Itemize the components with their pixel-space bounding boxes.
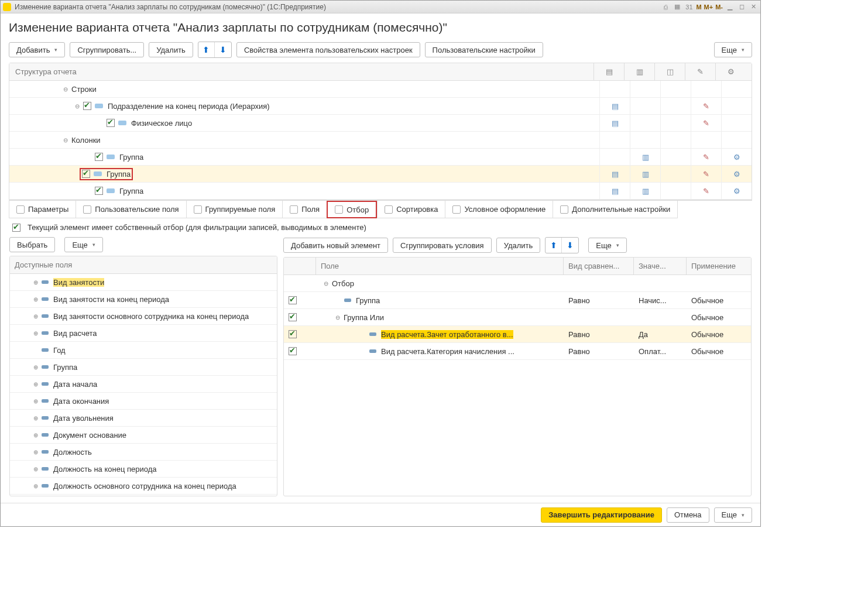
action-cell-5[interactable]: ⚙: [721, 166, 752, 183]
tree-toggle-icon[interactable]: ⊖: [62, 85, 69, 92]
filter-row[interactable]: ⊖Группа ИлиОбычное: [284, 309, 751, 326]
available-field-row[interactable]: ⊕Вид занятости: [10, 274, 277, 291]
action-cell-1[interactable]: ▤: [599, 98, 630, 115]
expand-icon[interactable]: ⊕: [32, 363, 39, 370]
footer-more-button[interactable]: Еще▾: [714, 507, 752, 523]
memory-m-icon[interactable]: M: [696, 4, 701, 11]
tab-Дополнительные настройки[interactable]: Дополнительные настройки: [553, 201, 678, 218]
available-field-row[interactable]: ⊕Вид занятости основного сотрудника на к…: [10, 308, 277, 325]
tree-toggle-icon[interactable]: [97, 119, 104, 126]
action-cell-5[interactable]: ⚙: [721, 149, 752, 166]
col-action-5-icon[interactable]: ⚙: [715, 63, 746, 81]
available-field-row[interactable]: Год: [10, 342, 277, 359]
structure-row[interactable]: ⊖Подразделение на конец периода (Иерархи…: [9, 98, 752, 115]
action-cell-1[interactable]: ▤: [599, 166, 630, 183]
available-field-row[interactable]: ⊕Вид занятости на конец периода: [10, 291, 277, 308]
row-checkbox[interactable]: [82, 170, 90, 178]
expand-icon[interactable]: ⊕: [32, 414, 39, 421]
row-checkbox[interactable]: [83, 102, 91, 110]
filter-checkbox[interactable]: [289, 330, 297, 338]
action-cell-2[interactable]: ▥: [630, 166, 660, 183]
available-field-row[interactable]: ⊕Вид расчета: [10, 325, 277, 342]
tree-toggle-icon[interactable]: [85, 153, 92, 160]
user-settings-button[interactable]: Пользовательские настройки: [425, 42, 543, 57]
available-field-row[interactable]: ⊕Должность основного сотрудника на конец…: [10, 478, 277, 495]
group-conditions-button[interactable]: Сгруппировать условия: [393, 238, 492, 253]
structure-row[interactable]: ⊖Колонки: [9, 132, 752, 149]
expand-icon[interactable]: ⊕: [32, 482, 39, 489]
available-field-row[interactable]: ⊕Должность на конец периода: [10, 461, 277, 478]
calc-icon[interactable]: ▦: [673, 2, 682, 12]
structure-row[interactable]: ⊖Строки: [9, 81, 752, 98]
filter-row[interactable]: ГруппаРавноНачис...Обычное: [284, 292, 751, 309]
expand-icon[interactable]: [32, 346, 39, 354]
left-more-button[interactable]: Еще▾: [64, 237, 102, 252]
tab-Параметры[interactable]: Параметры: [9, 201, 76, 218]
action-cell-2[interactable]: ▥: [630, 183, 660, 200]
add-filter-element-button[interactable]: Добавить новый элемент: [283, 238, 388, 253]
move-down-button[interactable]: ⬇: [215, 42, 231, 57]
own-filter-checkbox[interactable]: [12, 224, 20, 232]
expand-icon[interactable]: ⊕: [32, 380, 39, 387]
col-action-4-icon[interactable]: ✎: [685, 63, 715, 81]
move-up-button[interactable]: ⬆: [198, 42, 215, 57]
right-more-button[interactable]: Еще▾: [588, 238, 626, 253]
available-field-row[interactable]: ⊕Документ основание: [10, 427, 277, 444]
filter-checkbox[interactable]: [289, 313, 297, 321]
row-checkbox[interactable]: [107, 119, 115, 127]
available-field-row[interactable]: ⊕Дата увольнения: [10, 410, 277, 427]
tree-toggle-icon[interactable]: ⊖: [74, 102, 81, 109]
tree-toggle-icon[interactable]: ⊖: [334, 314, 341, 321]
col-action-2-icon[interactable]: ▥: [624, 63, 654, 81]
expand-icon[interactable]: ⊕: [32, 313, 39, 320]
tab-Поля[interactable]: Поля: [282, 201, 327, 218]
structure-row[interactable]: Группа▤▥✎⚙: [9, 183, 752, 200]
filter-move-down-button[interactable]: ⬇: [562, 238, 578, 253]
memory-mplus-icon[interactable]: M+: [704, 4, 713, 11]
delete-button[interactable]: Удалить: [149, 42, 193, 57]
action-cell-4[interactable]: ✎: [691, 98, 721, 115]
print-icon[interactable]: ⎙: [661, 2, 670, 12]
filter-checkbox[interactable]: [289, 347, 297, 355]
tree-toggle-icon[interactable]: ⊖: [323, 280, 330, 287]
filter-row[interactable]: ⊖Отбор: [284, 275, 751, 292]
group-button[interactable]: Сгруппировать...: [70, 42, 144, 57]
action-cell-1[interactable]: ▤: [599, 183, 630, 200]
filter-checkbox[interactable]: [289, 296, 297, 304]
filter-row[interactable]: Вид расчета.Зачет отработанного в...Равн…: [284, 326, 751, 343]
tab-Условное оформление[interactable]: Условное оформление: [445, 201, 553, 218]
element-props-button[interactable]: Свойства элемента пользовательских настр…: [236, 42, 420, 57]
add-button[interactable]: Добавить▾: [9, 42, 65, 57]
tab-Сортировка[interactable]: Сортировка: [377, 201, 445, 218]
close-icon[interactable]: ✕: [749, 2, 758, 12]
memory-mminus-icon[interactable]: M-: [715, 4, 723, 11]
col-action-3-icon[interactable]: ◫: [654, 63, 685, 81]
expand-icon[interactable]: ⊕: [32, 330, 39, 337]
available-field-row[interactable]: ⊕Дата окончания: [10, 393, 277, 410]
tab-Группируемые поля[interactable]: Группируемые поля: [186, 201, 283, 218]
action-cell-1[interactable]: ▤: [599, 115, 630, 132]
select-field-button[interactable]: Выбрать: [9, 237, 55, 252]
col-action-1-icon[interactable]: ▤: [593, 63, 624, 81]
calendar-icon[interactable]: 31: [684, 2, 694, 12]
available-field-row[interactable]: ⊕Должность: [10, 444, 277, 461]
structure-row[interactable]: Группа▥✎⚙: [9, 149, 752, 166]
action-cell-2[interactable]: ▥: [630, 149, 660, 166]
expand-icon[interactable]: ⊕: [32, 431, 39, 438]
action-cell-4[interactable]: ✎: [691, 166, 721, 183]
action-cell-4[interactable]: ✎: [691, 183, 721, 200]
filter-row[interactable]: Вид расчета.Категория начисления ...Равн…: [284, 343, 751, 360]
expand-icon[interactable]: ⊕: [32, 448, 39, 455]
action-cell-4[interactable]: ✎: [691, 115, 721, 132]
expand-icon[interactable]: ⊕: [32, 397, 39, 404]
cancel-button[interactable]: Отмена: [667, 507, 709, 523]
structure-row[interactable]: Группа▤▥✎⚙: [9, 166, 752, 183]
minimize-icon[interactable]: ▁: [725, 2, 735, 12]
maximize-icon[interactable]: ◻: [737, 2, 746, 12]
tab-Отбор[interactable]: Отбор: [327, 201, 377, 218]
tree-toggle-icon[interactable]: [85, 187, 92, 194]
row-checkbox[interactable]: [95, 153, 103, 161]
expand-icon[interactable]: ⊕: [32, 296, 39, 303]
available-field-row[interactable]: ⊕Дата начала: [10, 376, 277, 393]
delete-filter-button[interactable]: Удалить: [496, 238, 541, 253]
